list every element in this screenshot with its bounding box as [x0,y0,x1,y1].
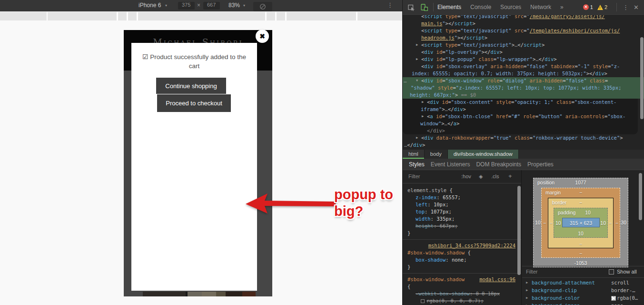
elements-tree-row[interactable]: </div> [403,127,638,134]
elements-tree-row[interactable]: ▶<div data-rokboxwrapper="true" class="r… [403,134,644,142]
elements-tree-row[interactable]: <script type="text/javascript" src="/tem… [403,27,644,34]
zoom-select[interactable]: 83% [228,2,240,9]
diamond-icon[interactable]: ◈ [479,173,483,180]
breadcrumb-sbox-window[interactable]: div#sbox-window.shadow [448,150,519,159]
style-line[interactable]: modal.css:96#sbox-window.shadow [407,276,515,283]
stylesheet-link[interactable]: modal.css:96 [479,276,515,283]
box-model-padding[interactable]: padding 10 10 10 10 315 × 623 [554,208,608,238]
height-input[interactable]: 667 [207,2,216,8]
width-input[interactable]: 375 [182,2,190,8]
tree-arrow-icon[interactable]: ▶ [416,41,418,49]
proceed-to-checkout-button[interactable]: Proceed to checkout [157,94,231,112]
style-line[interactable]: } [407,264,515,271]
elements-scrollbar[interactable] [640,37,644,119]
box-model-margin[interactable]: margin − − − − border − − − − padding 10 [541,188,620,258]
styles-scrollbar[interactable] [517,186,521,275]
expand-arrow-icon[interactable]: ▶ [526,286,528,294]
style-line[interactable]: z-index: 65557; [407,194,515,201]
elements-tree-row[interactable]: ▶<div id="lp-popup" class="lp-wrapper">…… [403,56,644,63]
tree-arrow-icon[interactable]: ▶ [422,99,424,106]
elements-tree-row[interactable]: index: 65555; opacity: 0.7; width: 375px… [403,70,644,77]
breadcrumb-html[interactable]: html [403,150,425,159]
style-token: 667px [440,223,455,229]
style-line[interactable]: -webkit-box-shadow: 0 0 10px [407,290,515,297]
error-badge[interactable]: ✕ 1 [583,4,593,10]
property-name: background-clip [532,286,577,294]
new-rule-icon[interactable]: + [508,173,512,180]
color-swatch[interactable] [421,299,425,303]
elements-tree-row[interactable]: height: 667px;"> == $0 [403,92,644,99]
code-token: type [442,28,457,33]
elements-tree-row[interactable]: <div id="lp-overlay"></div> [403,49,644,56]
style-line[interactable]: height: 667px; [407,223,515,230]
style-line[interactable]: width: 335px; [407,215,515,223]
inspect-icon[interactable] [407,3,416,11]
tree-arrow-icon[interactable]: ▶ [416,134,418,142]
tab-styles[interactable]: Styles [409,161,425,168]
code-token: script [524,42,542,48]
elements-tree-row[interactable]: ▶<a id="sbox-btn-close" href="#" role="b… [403,113,638,120]
tree-arrow-icon[interactable]: ▼ [416,77,418,84]
computed-property-row[interactable]: ▶background-imagenone [522,302,644,305]
class-toggle[interactable]: .cls [491,173,499,179]
tab-event-listeners[interactable]: Event Listeners [431,161,470,168]
elements-tree-row[interactable]: …</div> [403,142,644,149]
breadcrumb-body[interactable]: body [425,150,448,159]
warning-badge[interactable]: ! 2 [597,4,607,10]
elements-tree-row[interactable]: <div id="sbox-overlay" aria-hidden="fals… [403,63,644,70]
elements-tree-row[interactable]: ▶<script type="text/javascript">…</scrip… [403,41,644,49]
hover-state-toggle[interactable]: :hov [461,173,471,179]
popup-close-icon[interactable]: ✖ [256,30,269,43]
style-line[interactable]: } [407,230,515,237]
tab-network[interactable]: Network [530,4,551,10]
tree-arrow-icon[interactable]: ▶ [416,56,418,63]
elements-tree-row[interactable]: ▶<div id="sbox-content" style="opacity: … [403,99,638,106]
box-model-content[interactable]: 315 × 623 [562,218,600,227]
code-token: "text/javascript" [460,42,511,48]
elements-tree-row[interactable]: <script type="text/javascript" src="/med… [403,15,644,20]
tab-properties[interactable]: Properties [527,161,554,168]
style-line[interactable]: mshibori_34.css?57909ad2:2224 [407,242,515,249]
elements-tree-row[interactable]: window">…</a> [403,120,638,127]
rotate-icon[interactable] [253,2,272,11]
computed-property-row[interactable]: ▶background-clipborder-… [522,286,644,294]
show-all-checkbox[interactable] [609,269,614,274]
elements-tree-row[interactable]: headroom.js"></script> [403,34,644,41]
computed-property-row[interactable]: ▶background-attachmentscroll [522,279,644,286]
code-token: role [485,78,500,83]
code-token: </ [448,106,454,112]
emulation-menu-icon[interactable]: ⋮ [387,1,393,9]
box-model-border[interactable]: border − − − − padding 10 10 10 10 315 [548,198,614,248]
style-line[interactable]: { [407,283,515,290]
tab-dom-breakpoints[interactable]: DOM Breakpoints [476,161,521,168]
style-line[interactable]: element.style { [407,187,515,194]
continue-shopping-button[interactable]: Continue shopping [156,78,226,94]
elements-tree-row[interactable]: "shadow" style="z-index: 65557; left: 10… [403,84,644,92]
expand-arrow-icon[interactable]: ▶ [526,302,528,305]
elements-tree-row[interactable]: main.js"></script> [403,20,644,27]
expand-arrow-icon[interactable]: ▶ [526,294,528,302]
tab-elements[interactable]: Elements [437,4,461,10]
style-token: { [465,250,471,255]
devtools-menu-icon[interactable]: ⋮ [623,4,629,11]
box-model[interactable]: position 1077 -1053 10 30 margin − − − −… [533,178,628,267]
style-line[interactable]: left: 10px; [407,201,515,208]
styles-filter-input[interactable]: Filter [408,173,420,179]
style-line[interactable]: box-shadow: none; [407,256,515,264]
devtools-close-icon[interactable]: ✕ [634,4,639,11]
tree-arrow-icon[interactable]: ▶ [422,113,424,120]
tab-sources[interactable]: Sources [500,4,521,10]
computed-scrollbar[interactable] [639,173,642,220]
device-select[interactable]: iPhone 6 [139,2,161,9]
elements-tree-row[interactable]: iframe">…</div> [403,106,638,113]
style-line[interactable]: #sbox-window.shadow { [407,249,515,256]
device-toolbar-icon[interactable] [420,3,428,11]
tab-console[interactable]: Console [470,4,491,10]
computed-property-row[interactable]: ▶background-colorrgba(0… [522,294,644,302]
style-line[interactable]: top: 1077px; [407,208,515,215]
elements-tree-row[interactable]: …▼<div id="sbox-window" role="dialog" ar… [403,77,644,84]
expand-arrow-icon[interactable]: ▶ [526,279,528,286]
more-tabs-icon[interactable]: » [560,4,564,10]
style-line[interactable]: rgba(0, 0, 0, 0.7); [407,297,515,305]
computed-filter-input[interactable]: Filter [526,269,537,274]
